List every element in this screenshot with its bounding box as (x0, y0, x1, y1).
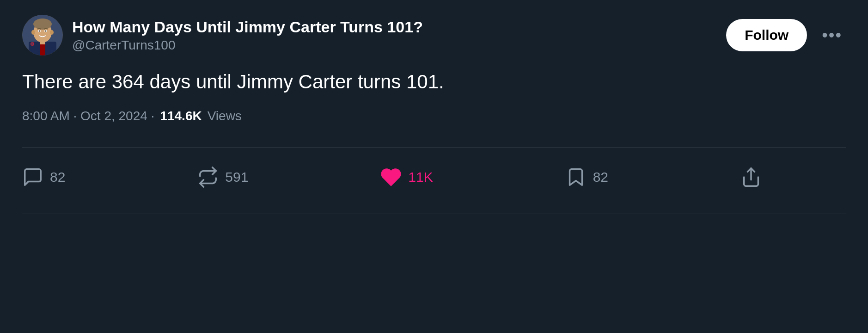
svg-rect-2 (40, 43, 45, 56)
retweet-count: 591 (225, 169, 248, 185)
svg-point-5 (33, 18, 52, 30)
divider-bottom (22, 214, 846, 214)
svg-rect-13 (31, 43, 33, 45)
tweet-actions: 82 591 11K (22, 159, 762, 203)
tweet-header-right: Follow ••• (726, 19, 846, 51)
more-icon: ••• (822, 25, 842, 44)
avatar[interactable] (22, 15, 63, 56)
views-label: Views (208, 109, 242, 123)
svg-point-8 (39, 31, 40, 32)
display-name[interactable]: How Many Days Until Jimmy Carter Turns 1… (72, 18, 423, 37)
bookmark-icon (565, 166, 587, 188)
like-icon (380, 166, 402, 188)
tweet-text: There are 364 days until Jimmy Carter tu… (22, 68, 846, 96)
retweet-action[interactable]: 591 (197, 166, 248, 188)
bookmark-action[interactable]: 82 (565, 166, 608, 188)
tweet-header: How Many Days Until Jimmy Carter Turns 1… (22, 15, 846, 56)
svg-point-10 (31, 30, 35, 35)
bookmark-count: 82 (593, 169, 608, 185)
share-icon (740, 166, 762, 188)
svg-point-11 (50, 30, 54, 35)
tweet-card: How Many Days Until Jimmy Carter Turns 1… (0, 0, 868, 333)
svg-point-9 (45, 31, 47, 32)
tweet-body: There are 364 days until Jimmy Carter tu… (22, 68, 846, 123)
tweet-header-left: How Many Days Until Jimmy Carter Turns 1… (22, 15, 423, 56)
user-info: How Many Days Until Jimmy Carter Turns 1… (72, 18, 423, 53)
tweet-meta: 8:00 AM · Oct 2, 2024 · 114.6K Views (22, 109, 846, 123)
tweet-timestamp: 8:00 AM · Oct 2, 2024 · (22, 109, 154, 123)
divider-top (22, 148, 846, 148)
reply-action[interactable]: 82 (22, 166, 65, 188)
reply-count: 82 (50, 169, 65, 185)
share-action[interactable] (740, 166, 762, 188)
follow-button[interactable]: Follow (726, 19, 807, 51)
retweet-icon (197, 166, 219, 188)
views-count: 114.6K (160, 109, 202, 123)
like-action[interactable]: 11K (380, 166, 433, 188)
username[interactable]: @CarterTurns100 (72, 38, 423, 53)
reply-icon (22, 166, 43, 188)
like-count: 11K (408, 169, 433, 185)
more-options-button[interactable]: ••• (818, 22, 846, 49)
